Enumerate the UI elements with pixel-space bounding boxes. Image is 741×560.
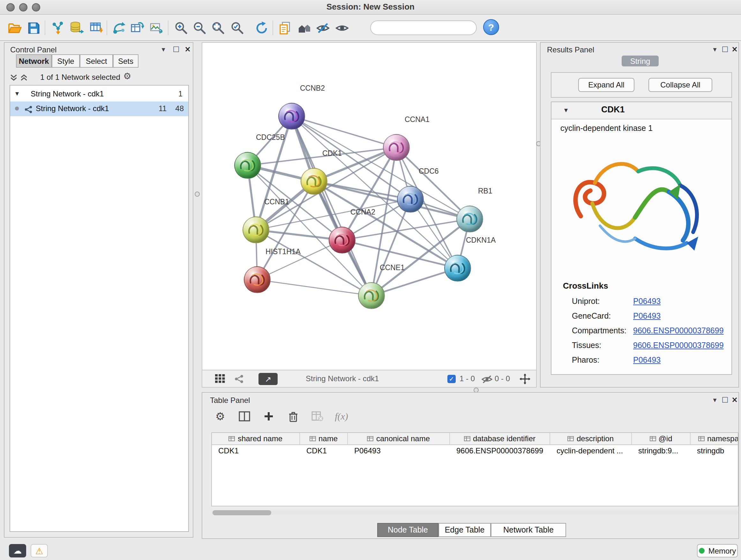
table-cell[interactable]: stringdb:9... [632, 445, 690, 456]
network-node-rb1[interactable] [456, 206, 483, 233]
float-panel-icon[interactable]: □ [721, 45, 730, 54]
zoom-selected-button[interactable] [228, 18, 247, 38]
collapse-all-button[interactable]: Collapse All [649, 78, 712, 92]
delete-columns-button[interactable] [284, 408, 302, 425]
export-image-button[interactable] [147, 18, 166, 38]
close-panel-icon[interactable]: × [183, 45, 192, 54]
hidden-elements-button[interactable] [481, 375, 493, 386]
apply-preferred-layout-button[interactable] [252, 18, 271, 38]
close-window-button[interactable] [6, 3, 15, 11]
table-cell[interactable]: CDK1 [300, 445, 348, 456]
network-share-button[interactable] [234, 374, 244, 386]
minimize-window-button[interactable] [19, 3, 27, 11]
column-header-database-identifier[interactable]: database identifier [450, 433, 550, 445]
column-header-description[interactable]: description [550, 433, 632, 445]
network-row[interactable]: ● String Network - cdk1 11 48 [10, 102, 188, 116]
tab-style[interactable]: Style [52, 54, 80, 68]
tab-sets[interactable]: Sets [113, 54, 138, 68]
tab-network[interactable]: Network [16, 54, 52, 68]
create-column-button[interactable] [260, 408, 278, 425]
clone-network-button[interactable] [276, 18, 295, 38]
tab-network-table[interactable]: Network Table [491, 523, 566, 537]
birds-eye-view-button[interactable] [215, 374, 225, 386]
expand-all-networks-button[interactable] [20, 73, 28, 84]
column-header--id[interactable]: @id [632, 433, 690, 445]
save-session-button[interactable] [24, 18, 44, 38]
protein-card-header[interactable]: ▾ CDK1 [551, 102, 731, 119]
tab-select[interactable]: Select [80, 54, 113, 68]
crosslink-link[interactable]: P06493 [633, 311, 661, 320]
close-panel-icon[interactable]: × [730, 45, 739, 54]
float-panel-icon[interactable]: □ [172, 45, 181, 54]
tab-node-table[interactable]: Node Table [377, 523, 439, 537]
table-cell[interactable]: CDK1 [212, 445, 300, 456]
network-node-cdc25b[interactable] [234, 152, 261, 179]
network-options-gear-icon[interactable]: ⚙ [123, 71, 131, 81]
search-input[interactable] [379, 23, 478, 32]
import-network-from-file-button[interactable] [49, 18, 68, 38]
pan-mode-button[interactable] [520, 374, 530, 387]
show-first-neighbors-button[interactable] [295, 18, 314, 38]
new-network-button[interactable] [110, 18, 129, 38]
crosslink-link[interactable]: 9606.ENSP00000378699 [633, 326, 724, 335]
crosslink-link[interactable]: 9606.ENSP00000378699 [633, 341, 724, 350]
collapse-all-networks-button[interactable] [10, 73, 18, 84]
zoom-fit-content-button[interactable] [209, 18, 228, 38]
left-splitter-handle[interactable] [195, 192, 200, 197]
open-in-window-button[interactable]: ↗ [259, 373, 278, 385]
zoom-out-button[interactable] [190, 18, 209, 38]
network-node-cdk1[interactable] [300, 168, 327, 195]
selected-nodes-checkbox[interactable]: ✓ [448, 375, 456, 383]
warnings-button[interactable]: ⚠ [30, 544, 48, 557]
table-cell[interactable]: P06493 [348, 445, 450, 456]
horizontal-scrollbar[interactable] [211, 510, 738, 515]
crosslink-link[interactable]: P06493 [633, 355, 661, 364]
cloud-session-button[interactable]: ☁ [9, 544, 26, 557]
show-all-button[interactable] [333, 18, 352, 38]
table-cell[interactable]: stringdb [690, 445, 738, 456]
import-network-from-database-button[interactable] [67, 18, 86, 38]
network-node-ccnb1[interactable] [243, 216, 269, 243]
network-node-hist1h1a[interactable] [244, 266, 271, 293]
network-node-ccna2[interactable] [329, 227, 355, 253]
zoom-window-button[interactable] [32, 3, 40, 11]
close-panel-icon[interactable]: × [730, 395, 739, 404]
network-node-ccnb2[interactable] [278, 103, 305, 130]
float-panel-icon[interactable]: □ [721, 395, 730, 404]
column-header-namespace[interactable]: namespace [690, 433, 738, 445]
tab-string[interactable]: String [622, 56, 659, 66]
tab-edge-table[interactable]: Edge Table [439, 523, 491, 537]
new-table-button[interactable] [128, 18, 147, 38]
column-options-gear-button[interactable]: ⚙ [211, 408, 229, 425]
network-node-cdc6[interactable] [397, 186, 424, 212]
panel-menu-caret-icon[interactable]: ▾ [711, 396, 719, 405]
memory-button[interactable]: Memory [697, 544, 738, 557]
table-cell[interactable]: cyclin-dependent ... [550, 445, 632, 456]
network-node-ccna1[interactable] [383, 134, 410, 161]
expand-all-button[interactable]: Expand All [578, 78, 634, 92]
panel-menu-caret-icon[interactable]: ▾ [711, 45, 719, 54]
network-node-ccne1[interactable] [358, 282, 385, 309]
column-header-shared-name[interactable]: shared name [212, 433, 300, 445]
network-canvas[interactable]: CCNB2CCNA1CDC25BCDK1CDC6RB1CCNB1CCNA2CDK… [202, 42, 537, 370]
delete-table-button[interactable] [308, 408, 326, 425]
hide-selected-button[interactable] [313, 18, 333, 38]
table-cell[interactable]: 9606.ENSP00000378699 [450, 445, 550, 456]
network-collection-row[interactable]: ▾ String Network - cdk1 1 [10, 87, 188, 102]
scrollbar-thumb[interactable] [212, 510, 271, 515]
zoom-in-button[interactable] [172, 18, 191, 38]
network-node-cdkn1a[interactable] [444, 255, 471, 282]
column-header-canonical-name[interactable]: canonical name [348, 433, 450, 445]
tree-expander-icon[interactable]: ▾ [15, 89, 19, 98]
show-columns-button[interactable] [235, 408, 253, 425]
function-builder-button[interactable]: f(x) [333, 408, 350, 425]
crosslink-label: Uniprot: [572, 297, 633, 306]
import-table-from-file-button[interactable] [87, 18, 106, 38]
crosslink-link[interactable]: P06493 [633, 297, 661, 306]
collapse-section-icon[interactable]: ▾ [564, 106, 568, 114]
open-session-button[interactable] [5, 18, 24, 38]
panel-menu-caret-icon[interactable]: ▾ [159, 45, 168, 54]
help-button[interactable]: ? [483, 19, 499, 35]
column-header-name[interactable]: name [300, 433, 348, 445]
column-header-label: canonical name [376, 434, 430, 443]
